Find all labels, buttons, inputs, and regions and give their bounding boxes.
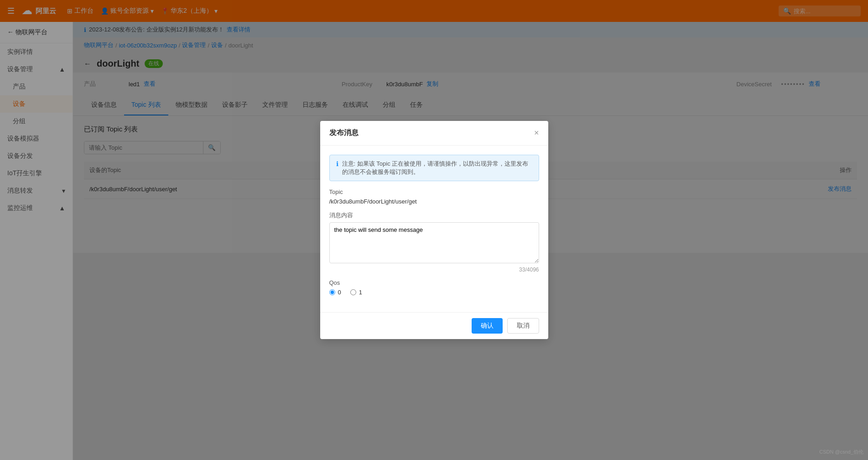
modal-body: ℹ 注意: 如果该 Topic 正在被使用，请谨慎操作，以防出现异常，这里发布的… bbox=[320, 146, 548, 312]
modal-alert: ℹ 注意: 如果该 Topic 正在被使用，请谨慎操作，以防出现异常，这里发布的… bbox=[329, 155, 539, 181]
modal-close-button[interactable]: × bbox=[534, 128, 539, 138]
qos-1-option[interactable]: 1 bbox=[350, 289, 362, 296]
cancel-button[interactable]: 取消 bbox=[507, 318, 539, 334]
qos-label: Qos bbox=[329, 279, 539, 286]
confirm-button[interactable]: 确认 bbox=[472, 318, 503, 334]
alert-icon: ℹ bbox=[336, 160, 338, 176]
alert-text: 注意: 如果该 Topic 正在被使用，请谨慎操作，以防出现异常，这里发布的消息… bbox=[342, 160, 532, 176]
message-textarea[interactable]: the topic will send some message bbox=[329, 222, 539, 263]
modal-footer: 确认 取消 bbox=[320, 312, 548, 339]
qos-1-label: 1 bbox=[359, 289, 362, 296]
qos-1-radio[interactable] bbox=[350, 289, 356, 295]
qos-0-radio[interactable] bbox=[329, 289, 335, 295]
message-field-label: 消息内容 bbox=[329, 211, 539, 220]
qos-0-label: 0 bbox=[338, 289, 341, 296]
watermark: CSDN @csnd_伯伦 bbox=[819, 449, 863, 455]
modal-overlay: 发布消息 × ℹ 注意: 如果该 Topic 正在被使用，请谨慎操作，以防出现异… bbox=[0, 0, 868, 460]
topic-field-value: /k0r3du8umbF/doorLight/user/get bbox=[329, 198, 539, 205]
qos-0-option[interactable]: 0 bbox=[329, 289, 341, 296]
qos-options: 0 1 bbox=[329, 289, 539, 296]
char-count: 33/4096 bbox=[329, 267, 539, 273]
modal-header: 发布消息 × bbox=[320, 121, 548, 146]
modal-title: 发布消息 bbox=[329, 128, 359, 138]
publish-modal: 发布消息 × ℹ 注意: 如果该 Topic 正在被使用，请谨慎操作，以防出现异… bbox=[320, 121, 548, 339]
topic-field-label: Topic bbox=[329, 188, 539, 195]
